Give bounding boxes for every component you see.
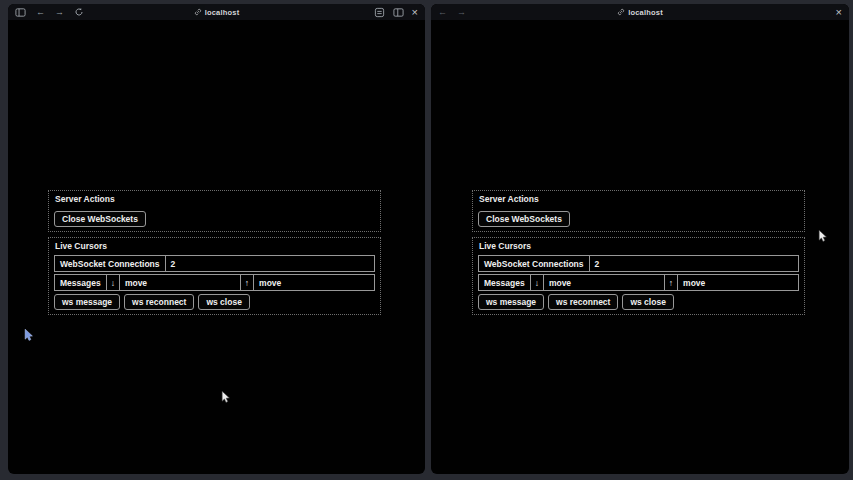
sidebar-toggle-icon[interactable] xyxy=(15,7,26,18)
titlebar-right-controls: × xyxy=(836,7,842,18)
live-cursors-fieldset: Live Cursors WebSocket Connections 2 Mes… xyxy=(472,237,805,315)
live-cursors-legend: Live Cursors xyxy=(55,241,375,251)
link-icon xyxy=(194,8,202,16)
connections-row: WebSocket Connections 2 xyxy=(54,255,375,272)
link-icon xyxy=(617,8,625,16)
split-view-icon[interactable] xyxy=(393,7,404,18)
titlebar: ← → localhost × xyxy=(431,4,849,20)
forward-icon[interactable]: → xyxy=(55,8,64,17)
received-message-value: move xyxy=(120,275,241,290)
messages-label: Messages xyxy=(479,275,531,290)
ws-reconnect-button[interactable]: ws reconnect xyxy=(124,294,194,310)
titlebar-title: localhost xyxy=(205,8,240,17)
ws-message-button[interactable]: ws message xyxy=(478,294,544,310)
live-cursors-legend: Live Cursors xyxy=(479,241,799,251)
titlebar-title: localhost xyxy=(628,8,663,17)
ws-close-button[interactable]: ws close xyxy=(622,294,673,310)
connections-label: WebSocket Connections xyxy=(55,256,166,271)
sent-message-value: move xyxy=(678,275,798,290)
back-icon[interactable]: ← xyxy=(438,8,447,17)
url-display: localhost xyxy=(431,4,849,20)
titlebar-left-controls: ← → xyxy=(438,8,466,17)
arrow-up-icon: ↑ xyxy=(665,275,678,290)
titlebar-right-controls: × xyxy=(374,7,418,18)
ws-close-button[interactable]: ws close xyxy=(198,294,249,310)
websocket-buttons-row: ws message ws reconnect ws close xyxy=(54,294,375,310)
server-actions-fieldset: Server Actions Close WebSockets xyxy=(48,190,381,232)
close-websockets-button[interactable]: Close WebSockets xyxy=(478,211,570,227)
close-icon[interactable]: × xyxy=(412,7,418,18)
refresh-icon[interactable] xyxy=(74,7,84,17)
titlebar: ← → localhost xyxy=(8,4,425,20)
connections-label: WebSocket Connections xyxy=(479,256,590,271)
ws-reconnect-button[interactable]: ws reconnect xyxy=(548,294,618,310)
close-websockets-button[interactable]: Close WebSockets xyxy=(54,211,146,227)
server-actions-fieldset: Server Actions Close WebSockets xyxy=(472,190,805,232)
messages-label: Messages xyxy=(55,275,107,290)
back-icon[interactable]: ← xyxy=(36,8,45,17)
ws-message-button[interactable]: ws message xyxy=(54,294,120,310)
live-cursors-fieldset: Live Cursors WebSocket Connections 2 Mes… xyxy=(48,237,381,315)
websocket-buttons-row: ws message ws reconnect ws close xyxy=(478,294,799,310)
received-message-value: move xyxy=(544,275,665,290)
page-content: Server Actions Close WebSockets Live Cur… xyxy=(48,190,381,320)
browser-window-right: ← → localhost × Server Actions Close Web… xyxy=(431,4,849,474)
messages-row: Messages ↓ move ↑ move xyxy=(54,274,375,291)
reader-icon[interactable] xyxy=(374,7,385,18)
connections-row: WebSocket Connections 2 xyxy=(478,255,799,272)
connections-count: 2 xyxy=(590,256,799,271)
browser-window-left: ← → localhost xyxy=(8,4,425,474)
close-icon[interactable]: × xyxy=(836,7,842,18)
forward-icon[interactable]: → xyxy=(457,8,466,17)
connections-count: 2 xyxy=(166,256,375,271)
messages-row: Messages ↓ move ↑ move xyxy=(478,274,799,291)
page-content: Server Actions Close WebSockets Live Cur… xyxy=(472,190,805,320)
arrow-up-icon: ↑ xyxy=(241,275,254,290)
server-actions-legend: Server Actions xyxy=(55,194,375,204)
titlebar-left-controls: ← → xyxy=(15,7,84,18)
server-actions-legend: Server Actions xyxy=(479,194,799,204)
arrow-down-icon: ↓ xyxy=(107,275,120,290)
arrow-down-icon: ↓ xyxy=(531,275,544,290)
sent-message-value: move xyxy=(254,275,374,290)
